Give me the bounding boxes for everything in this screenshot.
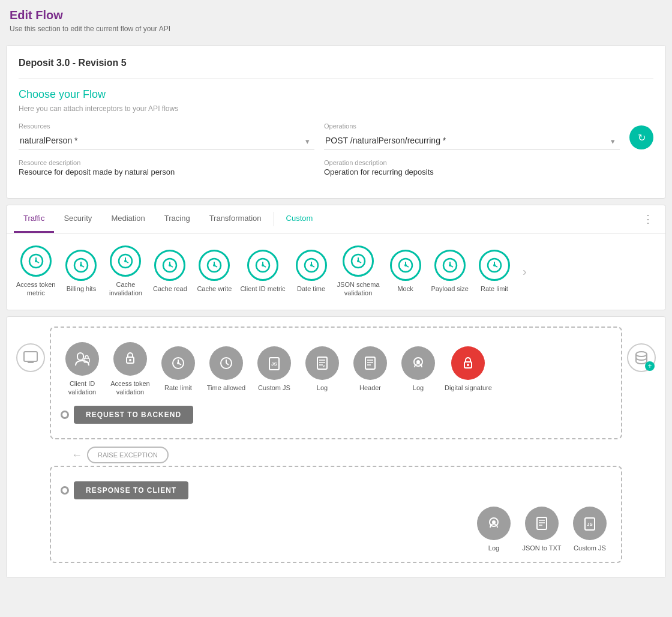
flow-node-custom-js[interactable]: JS Custom JS: [253, 346, 296, 392]
svg-rect-32: [317, 357, 327, 369]
flow-node-label-access-token-validation: Access tokenvalidation: [110, 379, 149, 397]
interceptors-row: Access tokenmetric Billing hits Cacheinv…: [7, 233, 665, 310]
flow-section-subtitle: Here you can attach interceptors to your…: [19, 104, 653, 113]
interceptor-client-id-metric[interactable]: Client ID metric: [238, 247, 287, 295]
flow-node-rate-limit[interactable]: Rate limit: [157, 346, 200, 392]
tab-custom[interactable]: Custom: [277, 205, 323, 233]
interceptor-json-schema-validation[interactable]: JSON schemavalidation: [335, 243, 382, 300]
svg-point-5: [124, 260, 127, 262]
response-to-client-banner: RESPONSE TO CLIENT: [61, 481, 611, 499]
interceptor-icon-payload-size: [434, 250, 466, 281]
tab-mediation[interactable]: Mediation: [101, 205, 154, 233]
tabs-more-button[interactable]: ⋮: [638, 208, 658, 230]
request-to-backend-button[interactable]: REQUEST TO BACKEND: [74, 406, 193, 424]
flow-node-label-log2: Log: [413, 384, 424, 392]
page-subtitle: Use this section to edit the current flo…: [10, 25, 662, 33]
resources-select[interactable]: naturalPerson *: [19, 132, 314, 149]
interceptor-rate-limit[interactable]: Rate limit: [473, 247, 515, 295]
flow-node-label-custom-js-resp: Custom JS: [574, 544, 606, 552]
interceptor-label-date-time: Date time: [297, 284, 325, 293]
svg-point-11: [262, 264, 264, 266]
svg-rect-36: [365, 357, 375, 369]
form-row-selects: Resources naturalPerson * Operations POS…: [19, 122, 653, 149]
flow-node-log2[interactable]: Log: [397, 346, 440, 392]
interceptor-label-access-token-metric: Access tokenmetric: [16, 280, 55, 298]
flow-node-icon-client-id-validation: [65, 342, 99, 376]
flow-node-custom-js-resp[interactable]: JS Custom JS: [568, 507, 611, 552]
tabs-header: Traffic Security Mediation Tracing Trans…: [7, 205, 665, 233]
flow-node-icon-digital-signature: [451, 346, 485, 380]
svg-point-21: [493, 264, 496, 266]
flow-node-icon-access-token-validation: [113, 342, 147, 376]
flow-node-client-id-validation[interactable]: Client IDvalidation: [61, 342, 104, 397]
response-nodes-row: Log JSON to TXT JS Custom JS: [61, 507, 611, 552]
interceptor-icon-billing-hits: [65, 250, 97, 281]
flow-canvas: Client IDvalidation Access tokenvalidati…: [6, 316, 666, 579]
resources-group: Resources naturalPerson *: [19, 122, 314, 149]
response-banner-dot: [61, 486, 69, 495]
flow-node-icon-custom-js-resp: JS: [573, 507, 607, 540]
interceptor-icon-json-schema-validation: [343, 245, 374, 277]
flow-node-digital-signature[interactable]: Digital signature: [445, 346, 492, 392]
interceptor-icon-cache-invalidation: [110, 245, 141, 277]
interceptor-cache-invalidation[interactable]: Cacheinvalidation: [104, 243, 146, 300]
interceptor-label-mock: Mock: [397, 284, 413, 293]
interceptor-date-time[interactable]: Date time: [290, 247, 332, 295]
interceptors-scroll-right[interactable]: ›: [518, 260, 532, 283]
resource-desc-group: Resource description Resource for deposi…: [19, 159, 314, 176]
tab-security[interactable]: Security: [54, 205, 101, 233]
interceptor-access-token-metric[interactable]: Access tokenmetric: [14, 243, 58, 300]
svg-text:JS: JS: [271, 361, 277, 367]
interceptor-payload-size[interactable]: Payload size: [429, 247, 471, 295]
response-dashed-box: RESPONSE TO CLIENT Log: [50, 466, 622, 563]
svg-point-19: [449, 264, 451, 266]
flow-node-label-client-id-validation: Client IDvalidation: [68, 379, 96, 397]
operation-desc-value: Operation for recurring deposits: [324, 167, 620, 176]
interceptor-mock[interactable]: Mock: [385, 247, 427, 295]
interceptor-billing-hits[interactable]: Billing hits: [60, 247, 102, 295]
server-icon: +: [627, 343, 656, 372]
flow-node-label-log: Log: [317, 384, 328, 392]
flow-node-log[interactable]: Log: [301, 346, 344, 392]
flow-node-time-allowed[interactable]: Time allowed: [205, 346, 248, 392]
tabs-card: Traffic Security Mediation Tracing Trans…: [6, 205, 666, 310]
interceptor-cache-read[interactable]: Cache read: [149, 247, 191, 295]
flow-node-log-resp[interactable]: Log: [472, 507, 515, 552]
svg-point-28: [177, 362, 179, 364]
refresh-button[interactable]: ↻: [629, 125, 653, 149]
operations-label: Operations: [324, 122, 620, 130]
interceptor-label-rate-limit: Rate limit: [481, 284, 508, 293]
flow-node-header[interactable]: Header: [349, 346, 392, 392]
raise-exception-row: ← RAISE EXCEPTION: [62, 444, 622, 466]
interceptor-icon-cache-read: [154, 250, 185, 281]
tab-transformation[interactable]: Transformation: [200, 205, 271, 233]
refresh-icon: ↻: [638, 132, 646, 143]
raise-exception-button[interactable]: RAISE EXCEPTION: [87, 447, 169, 463]
svg-point-1: [35, 260, 37, 262]
svg-point-26: [129, 359, 131, 361]
operations-select[interactable]: POST /naturalPerson/recurring *: [324, 132, 620, 149]
flow-node-icon-rate-limit: [161, 346, 195, 380]
operation-desc-group: Operation description Operation for recu…: [324, 159, 620, 176]
main-card: Deposit 3.0 - Revision 5 Choose your Flo…: [6, 45, 666, 199]
svg-point-45: [492, 520, 496, 524]
flow-node-label-rate-limit: Rate limit: [164, 384, 192, 392]
server-plus-icon[interactable]: +: [645, 361, 655, 371]
flow-node-icon-json-to-txt: [525, 507, 559, 540]
request-banner-dot: [61, 411, 69, 419]
tab-tracing[interactable]: Tracing: [155, 205, 200, 233]
svg-text:JS: JS: [587, 522, 593, 527]
flow-node-label-log-resp: Log: [488, 544, 499, 552]
interceptor-label-payload-size: Payload size: [431, 284, 469, 293]
response-to-client-button[interactable]: RESPONSE TO CLIENT: [74, 481, 188, 499]
interceptor-cache-write[interactable]: Cache write: [193, 247, 235, 295]
svg-point-17: [404, 264, 407, 266]
flow-node-label-digital-signature: Digital signature: [445, 384, 492, 392]
flow-node-label-json-to-txt: JSON to TXT: [522, 544, 561, 552]
svg-point-43: [467, 364, 469, 366]
tab-traffic[interactable]: Traffic: [14, 205, 54, 233]
flow-node-json-to-txt[interactable]: JSON to TXT: [520, 507, 563, 552]
flow-node-icon-time-allowed: [209, 346, 243, 380]
flow-node-access-token-validation[interactable]: Access tokenvalidation: [109, 342, 152, 397]
interceptor-label-cache-read: Cache read: [153, 284, 187, 293]
